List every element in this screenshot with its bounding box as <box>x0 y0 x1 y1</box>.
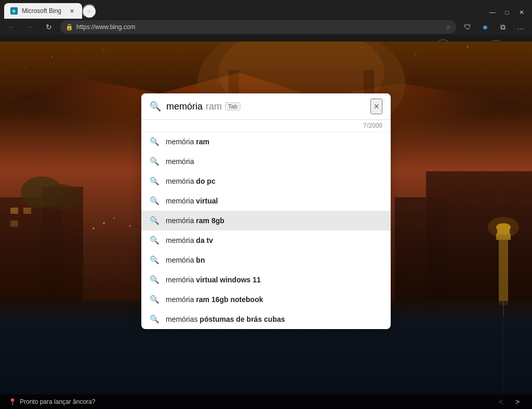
suggestion-search-icon: 🔍 <box>150 137 159 146</box>
suggestion-text: memória ram 16gb notebook <box>166 295 382 304</box>
status-text: Pronto para lançar âncora? <box>20 398 95 405</box>
tab-bar: B Microsoft Bing ✕ + — □ ✕ <box>0 0 532 19</box>
search-clear-button[interactable]: × <box>370 99 382 114</box>
suggestion-item[interactable]: 🔍 memória bn <box>141 250 391 270</box>
suggestion-text: memória virtual windows 11 <box>166 276 382 284</box>
status-right: < > <box>495 396 524 408</box>
suggestion-text: memória bn <box>166 256 382 264</box>
suggestion-search-icon: 🔍 <box>150 196 159 206</box>
bing-favicon-icon: B <box>10 7 18 15</box>
maximize-button[interactable]: □ <box>501 6 513 19</box>
settings-button[interactable]: … <box>513 20 528 34</box>
search-autocomplete-text: ram <box>206 101 222 112</box>
search-dropdown: 🔍 memória ram Tab × 7/2000 🔍 memória ram… <box>141 93 391 329</box>
suggestion-search-icon: 🔍 <box>150 216 159 225</box>
address-bar[interactable]: 🔒 https://www.bing.com ☆ <box>60 20 456 34</box>
shield-button[interactable]: 🛡 <box>460 20 475 34</box>
search-input-row: 🔍 memória ram Tab × <box>141 93 391 120</box>
status-bar: 📍 Pronto para lançar âncora? < > <box>0 394 532 409</box>
suggestion-text: memórias póstumas de brás cubas <box>166 315 382 323</box>
suggestion-search-icon: 🔍 <box>150 295 159 304</box>
profile-button[interactable]: ● <box>478 20 493 34</box>
suggestion-item-highlighted[interactable]: 🔍 memória ram 8gb <box>141 211 391 230</box>
suggestion-item[interactable]: 🔍 memória virtual windows 11 <box>141 270 391 290</box>
active-tab[interactable]: B Microsoft Bing ✕ <box>4 3 82 19</box>
tab-controls: — □ ✕ <box>486 6 528 19</box>
suggestion-search-icon: 🔍 <box>150 315 159 324</box>
tab-title: Microsoft Bing <box>22 7 63 15</box>
suggestion-item[interactable]: 🔍 memória da tv <box>141 230 391 250</box>
security-icon: 🔒 <box>65 23 73 31</box>
search-overlay: 🔍 memória ram Tab × 7/2000 🔍 memória ram… <box>0 42 532 329</box>
forward-button[interactable]: → <box>23 20 37 34</box>
address-bar-row: ← → ↻ 🔒 https://www.bing.com ☆ 🛡 ● ⧉ … <box>0 19 532 35</box>
search-char-count: 7/2000 <box>141 120 391 132</box>
suggestion-search-icon: 🔍 <box>150 157 159 166</box>
location-pin-icon: 📍 <box>8 398 17 406</box>
status-prev-button[interactable]: < <box>495 396 507 408</box>
search-text-area[interactable]: memória ram Tab <box>166 101 365 112</box>
close-window-button[interactable]: ✕ <box>515 6 528 19</box>
suggestion-text: memória da tv <box>166 236 382 244</box>
new-tab-button[interactable]: + <box>82 4 97 19</box>
suggestion-search-icon: 🔍 <box>150 236 159 245</box>
suggestion-text: memória do pc <box>166 177 382 185</box>
url-display: https://www.bing.com <box>76 23 443 31</box>
suggestion-item[interactable]: 🔍 memórias póstumas de brás cubas <box>141 309 391 329</box>
tab-close-button[interactable]: ✕ <box>68 7 76 15</box>
browser-actions: 🛡 ● ⧉ … <box>460 20 528 34</box>
suggestion-item[interactable]: 🔍 memória <box>141 152 391 171</box>
extensions-button[interactable]: ⧉ <box>496 20 510 34</box>
suggestion-list: 🔍 memória ram 🔍 memória 🔍 memória do pc … <box>141 132 391 329</box>
suggestion-text: memória virtual <box>166 197 382 205</box>
suggestion-search-icon: 🔍 <box>150 275 159 284</box>
tab-favicon: B <box>10 7 18 15</box>
back-button[interactable]: ← <box>4 20 19 34</box>
search-tab-badge: Tab <box>225 102 241 111</box>
suggestion-search-icon: 🔍 <box>150 176 159 186</box>
suggestion-item[interactable]: 🔍 memória ram 16gb notebook <box>141 290 391 309</box>
suggestion-item[interactable]: 🔍 memória virtual <box>141 191 391 211</box>
suggestion-item[interactable]: 🔍 memória do pc <box>141 171 391 191</box>
suggestion-text: memória ram <box>166 138 382 146</box>
nav-buttons: ← → ↻ <box>4 20 56 34</box>
suggestion-item[interactable]: 🔍 memória ram <box>141 132 391 152</box>
suggestion-text: memória ram 8gb <box>166 216 382 225</box>
browser-chrome: B Microsoft Bing ✕ + — □ ✕ ← → ↻ 🔒 https… <box>0 0 532 35</box>
suggestion-text: memória <box>166 157 382 166</box>
minimize-button[interactable]: — <box>486 6 499 19</box>
refresh-button[interactable]: ↻ <box>42 20 56 34</box>
search-typed-text: memória <box>166 101 203 112</box>
star-icon: ☆ <box>446 24 451 31</box>
search-magnifier-icon: 🔍 <box>150 101 161 112</box>
suggestion-search-icon: 🔍 <box>150 255 159 265</box>
status-next-button[interactable]: > <box>511 396 524 408</box>
status-left: 📍 Pronto para lançar âncora? <box>8 398 95 406</box>
